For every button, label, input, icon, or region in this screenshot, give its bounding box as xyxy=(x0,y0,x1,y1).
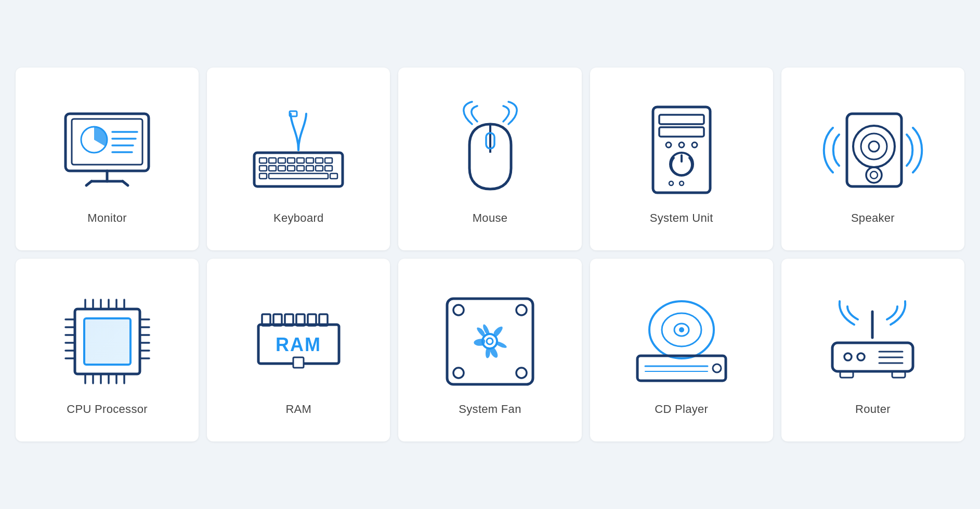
system-fan-card: System Fan xyxy=(398,259,581,441)
router-label: Router xyxy=(855,403,891,416)
svg-text:RAM: RAM xyxy=(276,334,321,355)
cd-player-icon xyxy=(630,289,734,393)
svg-rect-15 xyxy=(278,158,285,163)
svg-point-86 xyxy=(453,305,464,315)
ram-icon: RAM xyxy=(246,289,350,393)
svg-point-48 xyxy=(870,171,878,179)
svg-point-39 xyxy=(692,142,697,148)
svg-rect-51 xyxy=(85,319,129,364)
cpu-processor-label: CPU Processor xyxy=(67,403,148,416)
svg-rect-28 xyxy=(325,166,332,171)
svg-point-47 xyxy=(866,167,882,183)
svg-point-99 xyxy=(713,364,721,372)
cpu-processor-card: CPU Processor xyxy=(16,259,199,441)
system-unit-label: System Unit xyxy=(650,211,713,225)
ram-label: RAM xyxy=(285,403,311,416)
speaker-icon xyxy=(821,98,925,202)
router-icon xyxy=(821,289,925,393)
svg-rect-29 xyxy=(269,173,328,179)
svg-point-37 xyxy=(666,142,671,148)
svg-point-102 xyxy=(844,353,852,360)
svg-point-38 xyxy=(679,142,684,148)
cd-player-card: CD Player xyxy=(590,259,773,441)
svg-rect-27 xyxy=(316,166,323,171)
svg-point-88 xyxy=(453,368,464,378)
svg-point-91 xyxy=(487,338,493,344)
icon-grid: Monitor xyxy=(0,52,980,457)
mouse-label: Mouse xyxy=(473,211,508,225)
monitor-label: Monitor xyxy=(87,211,126,225)
svg-point-45 xyxy=(861,133,887,159)
svg-line-10 xyxy=(123,181,128,185)
ram-card: RAM RAM xyxy=(207,259,390,441)
svg-rect-18 xyxy=(306,158,313,163)
system-unit-icon xyxy=(630,98,734,202)
keyboard-label: Keyboard xyxy=(273,211,324,225)
svg-point-41 xyxy=(669,181,673,185)
svg-rect-13 xyxy=(259,158,267,163)
svg-rect-21 xyxy=(259,166,267,171)
svg-rect-26 xyxy=(306,166,313,171)
svg-rect-17 xyxy=(297,158,304,163)
svg-rect-23 xyxy=(278,166,285,171)
svg-rect-24 xyxy=(288,166,295,171)
speaker-label: Speaker xyxy=(851,211,895,225)
router-card: Router xyxy=(781,259,964,441)
svg-rect-34 xyxy=(653,107,710,193)
monitor-card: Monitor xyxy=(16,68,199,250)
speaker-card: Speaker xyxy=(781,68,964,250)
svg-point-46 xyxy=(869,141,879,152)
svg-point-44 xyxy=(853,126,895,167)
system-unit-card: System Unit xyxy=(590,68,773,250)
cd-player-label: CD Player xyxy=(655,403,708,416)
mouse-card: Mouse xyxy=(398,68,581,250)
svg-rect-30 xyxy=(259,173,267,179)
mouse-icon xyxy=(438,98,542,202)
svg-rect-35 xyxy=(659,115,704,124)
svg-rect-14 xyxy=(269,158,276,163)
svg-rect-77 xyxy=(293,357,304,368)
svg-rect-16 xyxy=(288,158,295,163)
svg-point-87 xyxy=(516,305,527,315)
svg-rect-43 xyxy=(847,114,901,186)
svg-rect-22 xyxy=(269,166,276,171)
svg-line-9 xyxy=(86,181,92,185)
monitor-icon xyxy=(55,98,159,202)
svg-rect-20 xyxy=(325,158,332,163)
svg-rect-36 xyxy=(659,127,704,137)
svg-point-95 xyxy=(679,327,684,332)
keyboard-card: Keyboard xyxy=(207,68,390,250)
svg-point-42 xyxy=(680,181,684,185)
svg-rect-25 xyxy=(297,166,304,171)
svg-point-103 xyxy=(857,353,865,360)
keyboard-icon xyxy=(246,98,350,202)
svg-rect-31 xyxy=(330,173,337,179)
cpu-processor-icon xyxy=(55,289,159,393)
svg-rect-85 xyxy=(447,299,533,384)
system-fan-label: System Fan xyxy=(459,403,521,416)
svg-rect-19 xyxy=(316,158,323,163)
svg-point-89 xyxy=(516,368,527,378)
system-fan-icon xyxy=(438,289,542,393)
